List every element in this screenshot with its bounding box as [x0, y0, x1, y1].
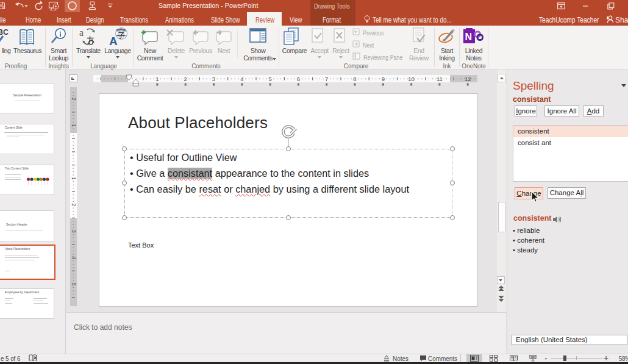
svg-text:3: 3: [212, 76, 215, 82]
svg-text:10: 10: [408, 76, 415, 82]
svg-text:1: 1: [155, 76, 159, 82]
svg-text:ABC: ABC: [0, 28, 9, 37]
svg-text:12: 12: [465, 76, 471, 82]
svg-text:7: 7: [325, 76, 328, 82]
svg-text:N: N: [465, 32, 473, 42]
svg-text:2: 2: [184, 76, 187, 82]
svg-text:1: 1: [71, 124, 77, 127]
svg-text:3: 3: [71, 230, 77, 233]
svg-text:2: 2: [71, 98, 77, 101]
svg-text:5: 5: [71, 282, 77, 285]
svg-text:5: 5: [268, 76, 271, 82]
svg-text:8: 8: [353, 76, 356, 82]
svg-text:9: 9: [382, 76, 385, 82]
svg-text:1: 1: [71, 177, 77, 180]
svg-text:4: 4: [71, 256, 77, 259]
svg-text:6: 6: [297, 76, 300, 82]
svg-text:2: 2: [71, 203, 77, 206]
svg-text:11: 11: [437, 76, 443, 82]
svg-text:A: A: [109, 35, 118, 46]
svg-text:a: a: [79, 27, 84, 38]
svg-text:4: 4: [240, 76, 243, 82]
